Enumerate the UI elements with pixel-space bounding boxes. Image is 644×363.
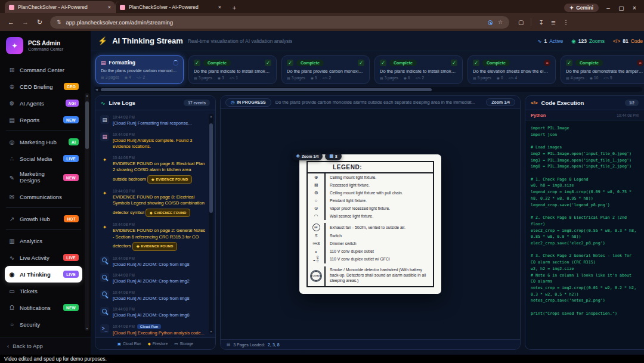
minimize-button[interactable]: –	[605, 5, 612, 11]
tab-close-icon[interactable]: ×	[218, 4, 221, 10]
legend-row-highlighted: CO/SD Smoke / Monoxide detector hardwire…	[308, 266, 433, 286]
sidebar-item-command-center[interactable]: ⊞ Command Center	[5, 61, 82, 78]
gemini-button[interactable]: ✦Gemini	[564, 4, 599, 12]
legend-row: ⊕ Ceiling mount light fixture.	[308, 173, 433, 181]
app-logo[interactable]: ✦ PCS Admin Command Center	[0, 31, 91, 59]
sidebar-item-ceo-briefing[interactable]: ♔ CEO Briefing CEO	[5, 78, 82, 95]
log-entry[interactable]: 10:44:08 PM [Cloud Run] AI ZOOM: Crop fr…	[100, 290, 206, 302]
sidebar-item-marketing-hub[interactable]: ◎ Marketing Hub AI	[5, 134, 82, 150]
sidebar-scrollbar[interactable]: ▲ ▼	[85, 93, 89, 331]
live-logs-list[interactable]: ▤ 10:44:08 PM [Cloud Run] Formatting fin…	[95, 110, 215, 337]
sidebar-item-label: Reports	[20, 117, 39, 123]
analysis-viewport[interactable]: ⊕Zoom 1/4 ▤8 LEGEND: ⊕ Ceiling mount lig…	[221, 109, 520, 339]
sidebar-item-reports[interactable]: ▤ Reports NEW	[5, 111, 82, 128]
reload-icon[interactable]: ↻	[36, 18, 44, 26]
sidebar-item-ai-agents[interactable]: ⚙ AI Agents AGI	[5, 95, 82, 111]
tab-strip: PlanCheckSolver - AI-Powered × PlanCheck…	[0, 0, 644, 13]
python-code: import PIL.Image import json # Load imag…	[531, 125, 639, 317]
download-icon[interactable]: ↧	[538, 19, 543, 26]
diamond-icon: ◈	[151, 178, 154, 181]
reading-list-icon[interactable]: ≣	[551, 19, 556, 26]
robot-icon: ⚙	[8, 100, 16, 107]
tune-icon[interactable]: ⇅	[57, 19, 61, 25]
sidebar-item-marketing-designs[interactable]: ✎ Marketing Designs NEW	[5, 167, 82, 188]
pages-icon: ▤	[566, 76, 569, 80]
validation-card[interactable]: ✓ Complete ✓ Do the plans indicate to in…	[374, 55, 463, 84]
validation-card[interactable]: ✓ Complete × Do the elevation sheets sho…	[467, 55, 556, 84]
logs-scrollbar[interactable]: ▲ ▼	[209, 114, 213, 334]
page-header: ⚡ AI Thinking Stream Real-time visualiza…	[91, 31, 644, 51]
forward-icon[interactable]: →	[21, 18, 29, 26]
badge: LIVE	[63, 254, 79, 261]
validation-card[interactable]: ✓ Complete ✓ Do the plans provide carbon…	[281, 55, 370, 84]
extensions-icon[interactable]: ▢	[518, 19, 524, 26]
back-to-app-label: Back to App	[13, 343, 43, 349]
activity-icon: ∿	[8, 255, 16, 261]
code-execution-header: </> Code Execution 1/2	[525, 96, 644, 110]
scrollbar-thumb[interactable]	[85, 101, 89, 149]
close-button[interactable]: ×	[631, 5, 638, 11]
scrollbar-thumb[interactable]	[101, 88, 432, 91]
log-entry[interactable]: >_ 10:44:08 PM Cloud Run [Cloud Run] Exe…	[100, 324, 206, 337]
browser-tab-2[interactable]: PlanCheckSolver - AI-Powered ×	[115, 1, 225, 13]
maximize-button[interactable]: ▢	[618, 5, 625, 11]
log-entry[interactable]: ✦ 10:44:08 PM EVIDENCE FOUND on page 8: …	[100, 156, 206, 184]
scrollbar-thumb[interactable]	[209, 123, 213, 213]
storage-service: ▭Storage	[174, 342, 193, 346]
sidebar-item-social-media[interactable]: ∴ Social Media LIVE	[5, 150, 82, 167]
app-subname: Command Center	[28, 46, 63, 52]
page-subtitle: Real-time visualization of AI validation…	[188, 38, 293, 44]
log-entry[interactable]: ✦ 10:44:08 PM EVIDENCE FOUND on page 2: …	[100, 222, 206, 250]
log-entry[interactable]: ▤ 10:44:08 PM [Cloud Run] Formatting fin…	[100, 115, 206, 127]
search-icon[interactable]	[486, 18, 493, 26]
browser-tab-1[interactable]: PlanCheckSolver - AI-Powered ×	[5, 1, 115, 13]
sidebar-item-label: Communications	[20, 194, 62, 200]
bell-icon: Ω	[8, 305, 16, 311]
wall-sconce-symbol: ◠	[314, 213, 318, 219]
sidebar-item-errors[interactable]: ⚠ Errors AI	[5, 333, 82, 337]
log-message: [Cloud Run] AI ZOOM: Crop from img8	[113, 296, 190, 302]
validation-card[interactable]: ✓ Complete ✓ Do the plans indicate to in…	[188, 55, 277, 84]
log-timestamp: 10:44:08 PM	[113, 256, 190, 260]
sidebar-item-label: Social Media	[20, 156, 52, 162]
code-block[interactable]: import PIL.Image import json # Load imag…	[525, 120, 644, 349]
log-entry[interactable]: 10:44:08 PM [Cloud Run] AI ZOOM: Crop fr…	[100, 273, 206, 285]
live-logs-title: Live Logs	[109, 100, 135, 106]
bookmark-star-icon[interactable]: ☆	[498, 19, 503, 25]
sidebar-item-ai-thinking[interactable]: ◉ AI Thinking LIVE	[5, 266, 82, 283]
eye-icon: ◉	[590, 76, 593, 80]
ticket-icon: ▭	[8, 288, 16, 294]
pages-icon: ▤	[380, 76, 383, 80]
back-icon[interactable]: ←	[7, 18, 15, 26]
validation-card[interactable]: ✓ Complete × Do the plans demonstrate th…	[561, 55, 644, 84]
badge: LIVE	[63, 271, 79, 278]
back-to-app-link[interactable]: ‹ Back to App	[0, 337, 91, 355]
new-tab-button[interactable]: +	[229, 2, 240, 13]
url-text[interactable]: app.planchecksolver.com/admin/streaming	[66, 19, 481, 26]
sidebar-item-analytics[interactable]: ▥ Analytics	[5, 232, 82, 249]
log-entry[interactable]: 10:44:08 PM [Cloud Run] AI ZOOM: Crop fr…	[100, 256, 206, 268]
tab-close-icon[interactable]: ×	[108, 4, 111, 10]
log-entry[interactable]: ▤ 10:44:08 PM [Cloud Run] Analysis compl…	[100, 132, 206, 150]
tab-title: PlanCheckSolver - AI-Powered	[129, 4, 215, 10]
validation-card-active[interactable]: ▤ Formatting Do the plans provide carbon…	[95, 55, 184, 84]
pages-icon: ▤	[287, 76, 290, 80]
sidebar-item-communications[interactable]: ✉ Communications	[5, 188, 82, 205]
sidebar-item-growth-hub[interactable]: ↗ Growth Hub HOT	[5, 210, 82, 227]
address-bar[interactable]: ⇅ app.planchecksolver.com/admin/streamin…	[50, 16, 509, 29]
legend-row: DIMS Dimmer switch	[308, 240, 433, 247]
badge: HOT	[64, 215, 79, 222]
legend-row: ◒GFCI 110 V conv duplex outlet w/ GFCI	[308, 255, 433, 263]
legend-row: EF Exhaust fan - 50cfm, vented to outsid…	[308, 223, 433, 232]
sidebar-item-tickets[interactable]: ▭ Tickets	[5, 283, 82, 299]
scroll-up-icon: ▲	[85, 94, 89, 97]
log-entry[interactable]: ✦ 10:44:08 PM EVIDENCE FOUND on page 8: …	[100, 189, 206, 217]
sidebar-item-security[interactable]: ○ Security	[5, 316, 82, 333]
sidebar-item-live-activity[interactable]: ∿ Live Activity LIVE	[5, 249, 82, 266]
log-entry[interactable]: 10:44:08 PM [Cloud Run] AI ZOOM: Crop fr…	[100, 307, 206, 319]
terminal-icon: >_	[100, 324, 109, 333]
menu-kebab-icon[interactable]: ⋮	[563, 19, 569, 26]
cards-horizontal-scrollbar[interactable]: ◀	[94, 87, 642, 92]
magnifier-icon	[100, 290, 109, 299]
sidebar-item-notifications[interactable]: Ω Notifications NEW	[5, 299, 82, 316]
